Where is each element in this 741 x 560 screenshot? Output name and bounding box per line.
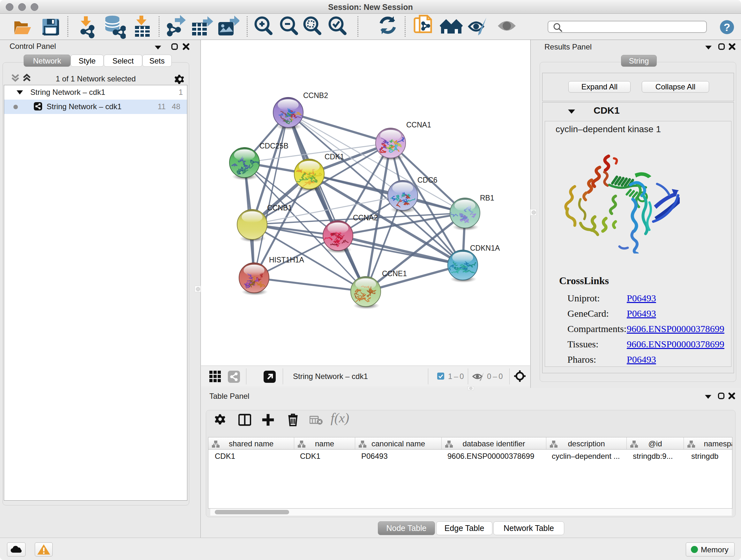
svg-text:CCNB1: CCNB1 bbox=[267, 204, 292, 212]
svg-text:CDC25B: CDC25B bbox=[259, 142, 288, 150]
svg-text:CDC6: CDC6 bbox=[417, 176, 437, 184]
svg-text:CDK1: CDK1 bbox=[325, 152, 344, 161]
svg-text:CCNA2: CCNA2 bbox=[353, 213, 378, 222]
svg-text:CCNE1: CCNE1 bbox=[382, 269, 407, 278]
svg-text:RB1: RB1 bbox=[480, 194, 494, 202]
svg-text:CCNA1: CCNA1 bbox=[406, 121, 431, 129]
svg-text:CDKN1A: CDKN1A bbox=[470, 244, 500, 252]
svg-text:HIST1H1A: HIST1H1A bbox=[269, 256, 305, 264]
svg-text:CCNB2: CCNB2 bbox=[303, 91, 328, 100]
